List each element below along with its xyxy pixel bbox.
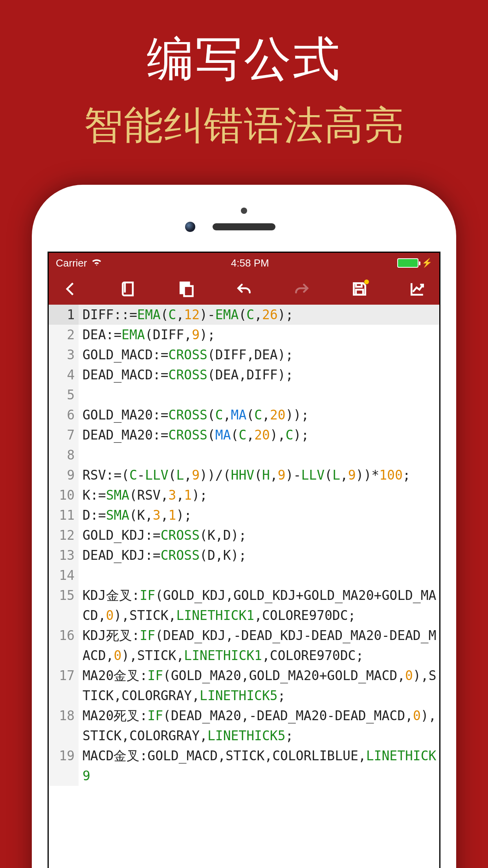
code-content[interactable] [79, 565, 439, 585]
code-line[interactable]: 15KDJ金叉:IF(GOLD_KDJ,GOLD_KDJ+GOLD_MA20+G… [49, 585, 439, 625]
phone-camera-dot [241, 208, 247, 214]
wifi-icon [91, 256, 103, 270]
code-line[interactable]: 8 [49, 445, 439, 465]
code-line[interactable]: 11D:=SMA(K,3,1); [49, 505, 439, 525]
code-content[interactable] [79, 445, 439, 465]
line-number: 6 [49, 405, 79, 425]
code-content[interactable]: KDJ金叉:IF(GOLD_KDJ,GOLD_KDJ+GOLD_MA20+GOL… [79, 585, 439, 625]
book-button[interactable] [117, 278, 139, 300]
code-editor[interactable]: 1DIFF::=EMA(C,12)-EMA(C,26);2DEA:=EMA(DI… [49, 305, 439, 786]
code-content[interactable]: MA20金叉:IF(GOLD_MA20,GOLD_MA20+GOLD_MACD,… [79, 666, 439, 706]
code-content[interactable]: DEAD_KDJ:=CROSS(D,K); [79, 545, 439, 565]
code-line[interactable]: 16KDJ死叉:IF(DEAD_KDJ,-DEAD_KDJ-DEAD_MA20-… [49, 625, 439, 666]
phone-speaker [213, 223, 275, 230]
toolbar [49, 273, 439, 305]
code-line[interactable]: 17MA20金叉:IF(GOLD_MA20,GOLD_MA20+GOLD_MAC… [49, 666, 439, 706]
line-number: 19 [49, 746, 79, 786]
code-line[interactable]: 13DEAD_KDJ:=CROSS(D,K); [49, 545, 439, 565]
line-number: 3 [49, 345, 79, 365]
line-number: 1 [49, 305, 79, 325]
code-line[interactable]: 5 [49, 385, 439, 405]
code-line[interactable]: 14 [49, 565, 439, 585]
promo-title: 编写公式 [0, 0, 488, 92]
code-line[interactable]: 7DEAD_MA20:=CROSS(MA(C,20),C); [49, 425, 439, 445]
line-number: 15 [49, 585, 79, 625]
code-content[interactable]: DEAD_MA20:=CROSS(MA(C,20),C); [79, 425, 439, 445]
code-line[interactable]: 10K:=SMA(RSV,3,1); [49, 485, 439, 505]
redo-button[interactable] [291, 278, 313, 300]
chart-button[interactable] [406, 278, 428, 300]
code-line[interactable]: 6GOLD_MA20:=CROSS(C,MA(C,20)); [49, 405, 439, 425]
code-content[interactable]: GOLD_MACD:=CROSS(DIFF,DEA); [79, 345, 439, 365]
svg-rect-3 [356, 290, 363, 295]
line-number: 11 [49, 505, 79, 525]
undo-button[interactable] [233, 278, 255, 300]
code-line[interactable]: 4DEAD_MACD:=CROSS(DEA,DIFF); [49, 365, 439, 385]
code-content[interactable]: RSV:=(C-LLV(L,9))/(HHV(H,9)-LLV(L,9))*10… [79, 465, 439, 485]
code-line[interactable]: 2DEA:=EMA(DIFF,9); [49, 325, 439, 345]
code-line[interactable]: 1DIFF::=EMA(C,12)-EMA(C,26); [49, 305, 439, 325]
code-content[interactable]: MA20死叉:IF(DEAD_MA20,-DEAD_MA20-DEAD_MACD… [79, 706, 439, 746]
code-content[interactable]: DIFF::=EMA(C,12)-EMA(C,26); [79, 305, 439, 325]
battery-icon [397, 258, 418, 268]
code-content[interactable]: MACD金叉:GOLD_MACD,STICK,COLORLIBLUE,LINET… [79, 746, 439, 786]
code-line[interactable]: 9RSV:=(C-LLV(L,9))/(HHV(H,9)-LLV(L,9))*1… [49, 465, 439, 485]
svg-rect-1 [184, 286, 193, 296]
carrier-label: Carrier [56, 257, 87, 269]
svg-rect-2 [356, 283, 362, 287]
line-number: 17 [49, 666, 79, 706]
phone-screen: Carrier 4:58 PM ⚡ [48, 252, 440, 868]
line-number: 13 [49, 545, 79, 565]
line-number: 10 [49, 485, 79, 505]
code-content[interactable]: GOLD_KDJ:=CROSS(K,D); [79, 525, 439, 545]
phone-frame: Carrier 4:58 PM ⚡ [32, 185, 456, 868]
code-line[interactable]: 18MA20死叉:IF(DEAD_MA20,-DEAD_MA20-DEAD_MA… [49, 706, 439, 746]
code-content[interactable]: D:=SMA(K,3,1); [79, 505, 439, 525]
phone-front-camera [185, 222, 195, 232]
back-button[interactable] [60, 278, 82, 300]
charging-icon: ⚡ [422, 258, 432, 268]
status-bar: Carrier 4:58 PM ⚡ [49, 253, 439, 273]
line-number: 9 [49, 465, 79, 485]
code-line[interactable]: 19MACD金叉:GOLD_MACD,STICK,COLORLIBLUE,LIN… [49, 746, 439, 786]
code-content[interactable]: K:=SMA(RSV,3,1); [79, 485, 439, 505]
line-number: 8 [49, 445, 79, 465]
line-number: 7 [49, 425, 79, 445]
line-number: 5 [49, 385, 79, 405]
code-content[interactable] [79, 385, 439, 405]
line-number: 4 [49, 365, 79, 385]
code-content[interactable]: KDJ死叉:IF(DEAD_KDJ,-DEAD_KDJ-DEAD_MA20-DE… [79, 625, 439, 666]
phone-top [48, 200, 440, 252]
line-number: 14 [49, 565, 79, 585]
line-number: 2 [49, 325, 79, 345]
promo-subtitle: 智能纠错语法高亮 [0, 92, 488, 153]
line-number: 12 [49, 525, 79, 545]
code-content[interactable]: DEAD_MACD:=CROSS(DEA,DIFF); [79, 365, 439, 385]
unsaved-dot-icon [364, 280, 369, 284]
code-content[interactable]: DEA:=EMA(DIFF,9); [79, 325, 439, 345]
paste-button[interactable] [175, 278, 197, 300]
code-line[interactable]: 12GOLD_KDJ:=CROSS(K,D); [49, 525, 439, 545]
line-number: 16 [49, 625, 79, 666]
line-number: 18 [49, 706, 79, 746]
code-line[interactable]: 3GOLD_MACD:=CROSS(DIFF,DEA); [49, 345, 439, 365]
save-button[interactable] [349, 278, 371, 300]
code-content[interactable]: GOLD_MA20:=CROSS(C,MA(C,20)); [79, 405, 439, 425]
clock: 4:58 PM [231, 257, 269, 269]
